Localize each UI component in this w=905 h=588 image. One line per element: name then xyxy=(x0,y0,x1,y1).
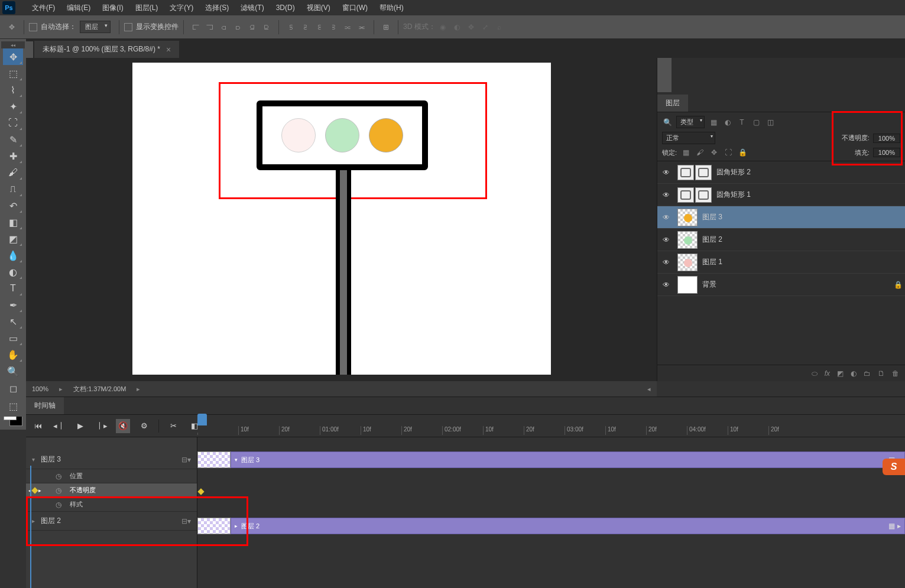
visibility-toggle[interactable]: 👁 xyxy=(660,168,673,177)
align-bottom-icon[interactable]: ⫒ xyxy=(261,21,273,33)
expand-icon[interactable]: ▾ xyxy=(32,456,35,463)
menu-type[interactable]: 文字(Y) xyxy=(164,3,199,13)
brush-tool[interactable]: 🖌 xyxy=(3,164,23,181)
menu-3d[interactable]: 3D(D) xyxy=(270,4,301,12)
right-panel-collapse[interactable] xyxy=(657,58,672,92)
menu-select[interactable]: 选择(S) xyxy=(199,3,235,13)
filter-icon[interactable]: 🔍 xyxy=(662,118,673,127)
blur-tool[interactable]: 💧 xyxy=(3,247,23,264)
zoom-chevron-icon[interactable]: ▸ xyxy=(59,385,63,393)
lock-artboard-icon[interactable]: ⛶ xyxy=(723,148,734,157)
filter-pixel-icon[interactable]: ▦ xyxy=(708,118,719,127)
next-keyframe-icon[interactable]: ▸ xyxy=(38,488,41,493)
dist-bottom-icon[interactable]: ⫘ xyxy=(356,21,368,33)
timeline-clip[interactable]: ▸ 图层 2 ▦▸ xyxy=(231,518,905,534)
next-frame-button[interactable]: 〡▸ xyxy=(95,419,109,433)
crop-tool[interactable]: ⛶ xyxy=(3,115,23,131)
menu-window[interactable]: 窗口(W) xyxy=(336,3,374,13)
close-tab-icon[interactable]: × xyxy=(166,45,171,54)
lock-position-icon[interactable]: ✥ xyxy=(709,148,719,157)
new-layer-icon[interactable]: 🗋 xyxy=(878,369,885,378)
doc-size[interactable]: 文档:1.37M/2.00M xyxy=(73,385,126,394)
track-property-position[interactable]: ◷ 位置 xyxy=(26,469,197,483)
menu-layer[interactable]: 图层(L) xyxy=(129,3,164,13)
autoselect-target-dropdown[interactable]: 图层 xyxy=(80,21,111,33)
keyframe-track[interactable] xyxy=(197,485,905,499)
visibility-toggle[interactable]: 👁 xyxy=(660,213,673,222)
shape-tool[interactable]: ▭ xyxy=(3,330,23,346)
clip-chevron-icon[interactable]: ▸ xyxy=(897,522,901,530)
clip-expand-icon[interactable]: ▾ xyxy=(235,457,238,463)
hand-tool[interactable]: ✋ xyxy=(3,346,23,363)
visibility-toggle[interactable]: 👁 xyxy=(660,191,673,199)
dist-left-icon[interactable]: ⫓ xyxy=(285,21,297,33)
scroll-left-icon[interactable]: ◂ xyxy=(647,385,651,393)
move-tool-icon[interactable]: ✥ xyxy=(6,21,18,33)
playhead[interactable] xyxy=(197,414,207,425)
filter-smart-icon[interactable]: ◫ xyxy=(765,118,776,127)
autoselect-checkbox[interactable] xyxy=(29,23,37,31)
group-icon[interactable]: 🗀 xyxy=(864,369,871,378)
pen-tool[interactable]: ✒ xyxy=(3,297,23,313)
first-frame-button[interactable]: ⏮ xyxy=(31,419,45,433)
path-select-tool[interactable]: ↖ xyxy=(3,313,23,330)
keyframe-diamond-icon[interactable] xyxy=(31,487,38,493)
layer-row[interactable]: 👁 背景 🔒 xyxy=(657,274,905,296)
visibility-toggle[interactable]: 👁 xyxy=(660,258,673,267)
auto-align-icon[interactable]: ⊞ xyxy=(380,21,392,33)
layer-row[interactable]: 👁 图层 2 xyxy=(657,229,905,251)
menu-file[interactable]: 文件(F) xyxy=(26,3,61,13)
menu-image[interactable]: 图像(I) xyxy=(96,3,129,13)
blendmode-dropdown[interactable]: 正常 xyxy=(662,132,715,144)
timeline-clip[interactable]: ▾ 图层 3 ▦▸ xyxy=(231,451,905,468)
stamp-tool[interactable]: ⎍ xyxy=(3,181,23,197)
track-property-opacity[interactable]: ◂ ▸ ◷ 不透明度 xyxy=(26,483,197,498)
keyframe[interactable] xyxy=(197,488,204,495)
align-top-icon[interactable]: ⫐ xyxy=(232,21,244,33)
link-layers-icon[interactable]: ⬭ xyxy=(812,369,818,378)
lasso-tool[interactable]: ⌇ xyxy=(3,82,23,98)
clip-menu-icon[interactable]: ▦ xyxy=(888,522,895,530)
visibility-toggle[interactable]: 👁 xyxy=(660,236,673,244)
lock-transparent-icon[interactable]: ▦ xyxy=(680,148,691,157)
timeline-ruler[interactable]: 10f 20f 01:00f 10f 20f 02:00f 10f 20f 03… xyxy=(197,417,905,435)
showtransform-checkbox[interactable] xyxy=(124,23,132,31)
stopwatch-icon[interactable]: ◷ xyxy=(56,472,61,480)
heal-tool[interactable]: ✚ xyxy=(3,148,23,164)
layers-tab[interactable]: 图层 xyxy=(657,95,688,112)
adjustment-icon[interactable]: ◐ xyxy=(851,369,857,378)
mask-icon[interactable]: ◩ xyxy=(837,369,844,378)
toolbar-collapse[interactable]: ◂◂ xyxy=(1,41,25,48)
gradient-tool[interactable]: ◩ xyxy=(3,230,23,247)
stopwatch-icon[interactable]: ◷ xyxy=(56,486,61,495)
filter-shape-icon[interactable]: ▢ xyxy=(751,118,761,127)
eyedropper-tool[interactable]: ✎ xyxy=(3,131,23,148)
align-vcenter-icon[interactable]: ⫑ xyxy=(246,21,258,33)
layer-row[interactable]: 👁 圆角矩形 1 xyxy=(657,184,905,206)
prev-frame-button[interactable]: ◂〡 xyxy=(52,419,66,433)
zoom-tool[interactable]: 🔍 xyxy=(3,363,23,379)
track-menu-icon[interactable]: ⊟▾ xyxy=(181,456,191,464)
lock-all-icon[interactable]: 🔒 xyxy=(737,148,748,157)
align-right-icon[interactable]: ⫏ xyxy=(218,21,230,33)
lock-pixels-icon[interactable]: 🖌 xyxy=(695,148,705,157)
split-button[interactable]: ✂ xyxy=(166,419,180,433)
filter-type-layer-icon[interactable]: T xyxy=(737,118,747,127)
filter-adjust-icon[interactable]: ◐ xyxy=(722,118,733,127)
delete-layer-icon[interactable]: 🗑 xyxy=(892,369,899,378)
align-left-icon[interactable]: ⫍ xyxy=(190,21,202,33)
filter-type-dropdown[interactable]: 类型 xyxy=(676,116,705,128)
docsize-chevron-icon[interactable]: ▸ xyxy=(137,385,140,393)
history-brush-tool[interactable]: ↶ xyxy=(3,197,23,214)
quickmask-icon[interactable]: ◻ xyxy=(3,380,23,397)
menu-edit[interactable]: 编辑(E) xyxy=(61,3,96,13)
canvas-area[interactable] xyxy=(26,58,657,381)
dist-right-icon[interactable]: ⫕ xyxy=(313,21,325,33)
doctabs-collapse[interactable] xyxy=(26,41,33,58)
move-tool[interactable]: ✥ xyxy=(3,48,23,65)
zoom-level[interactable]: 100% xyxy=(32,385,48,392)
timeline-tracks-area[interactable]: ▾ 图层 3 ▦▸ ▸ 图层 2 ▦▸ xyxy=(197,437,905,588)
track-header[interactable]: ▾ 图层 3 ⊟▾ xyxy=(26,450,197,469)
screenmode-icon[interactable]: ⬚ xyxy=(3,398,23,414)
menu-help[interactable]: 帮助(H) xyxy=(374,3,410,13)
